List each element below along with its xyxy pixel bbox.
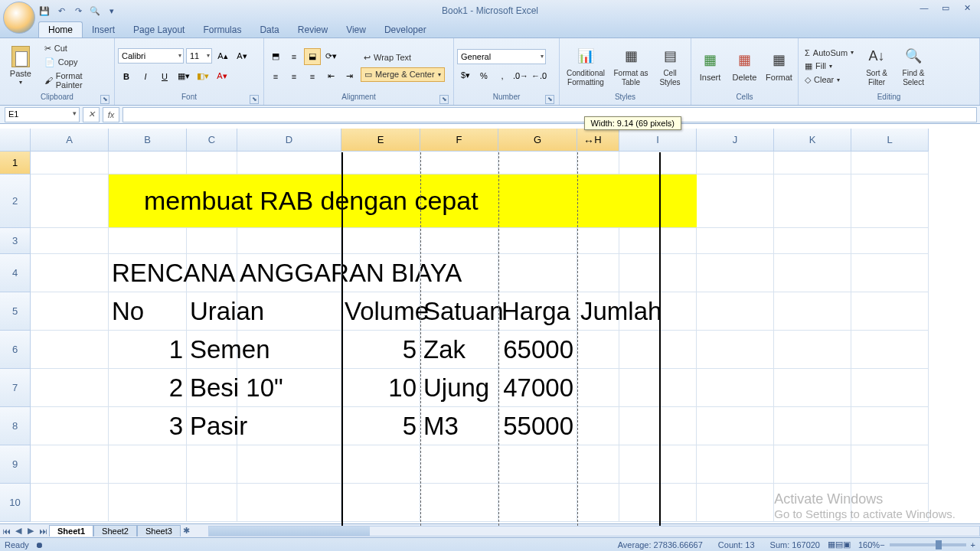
new-sheet-icon[interactable]: ✱ bbox=[181, 526, 193, 536]
cell-E3[interactable] bbox=[341, 228, 420, 254]
cell-G7[interactable]: 47000 bbox=[498, 369, 577, 407]
cell-K4[interactable] bbox=[774, 254, 851, 292]
cell-K7[interactable] bbox=[774, 369, 851, 407]
cut-button[interactable]: ✂Cut bbox=[41, 42, 111, 55]
cell-A10[interactable] bbox=[31, 484, 109, 522]
wrap-text-button[interactable]: ↩Wrap Text bbox=[361, 51, 445, 64]
cell-J4[interactable] bbox=[697, 254, 774, 292]
cell-E5[interactable]: Volume bbox=[341, 292, 420, 331]
row-header-5[interactable]: 5 bbox=[0, 292, 31, 331]
cell-B4[interactable]: RENCANA ANGGARAN BIAYA bbox=[109, 254, 187, 292]
bold-button[interactable]: B bbox=[118, 68, 135, 85]
cell-C7[interactable]: Besi 10" bbox=[187, 369, 237, 407]
col-header-A[interactable]: A bbox=[31, 129, 109, 152]
office-button[interactable] bbox=[3, 2, 35, 34]
tab-first-icon[interactable]: ⏮ bbox=[0, 527, 12, 536]
cell-F8[interactable]: M3 bbox=[420, 407, 498, 445]
cell-styles-button[interactable]: ▤Cell Styles bbox=[653, 41, 687, 92]
shrink-font-icon[interactable]: A▾ bbox=[234, 48, 250, 65]
minimize-icon[interactable]: — bbox=[917, 3, 931, 13]
cell-B3[interactable] bbox=[109, 228, 187, 254]
cell-L5[interactable] bbox=[851, 292, 929, 331]
cell-H3[interactable] bbox=[577, 228, 619, 254]
indent-dec-icon[interactable]: ⇤ bbox=[322, 68, 339, 85]
fill-color-button[interactable]: ◧▾ bbox=[194, 68, 211, 85]
cancel-icon[interactable]: ✕ bbox=[83, 107, 100, 122]
cell-L7[interactable] bbox=[851, 369, 929, 407]
underline-button[interactable]: U bbox=[156, 68, 173, 85]
cell-H8[interactable] bbox=[577, 407, 619, 445]
sheet-tab-3[interactable]: Sheet3 bbox=[137, 525, 181, 536]
insert-cells-button[interactable]: ▦Insert bbox=[694, 41, 726, 92]
tab-prev-icon[interactable]: ◀ bbox=[12, 526, 24, 536]
orientation-icon[interactable]: ⟳▾ bbox=[322, 48, 339, 65]
cell-E1[interactable] bbox=[341, 152, 420, 174]
col-header-B[interactable]: B bbox=[109, 129, 187, 152]
col-header-F[interactable]: F bbox=[420, 129, 498, 152]
cell-F5[interactable]: Satuan bbox=[420, 292, 498, 331]
restore-icon[interactable]: ▭ bbox=[939, 3, 952, 13]
cell-I7[interactable] bbox=[619, 369, 697, 407]
cell-F1[interactable] bbox=[420, 152, 498, 174]
macro-record-icon[interactable]: ⏺ bbox=[35, 540, 44, 549]
cell-H10[interactable] bbox=[577, 484, 619, 522]
cell-L2[interactable] bbox=[851, 174, 929, 228]
tab-data[interactable]: Data bbox=[250, 22, 288, 37]
tab-formulas[interactable]: Formulas bbox=[194, 22, 250, 37]
cell-K6[interactable] bbox=[774, 331, 851, 369]
cell-A2[interactable] bbox=[31, 174, 109, 228]
cell-I6[interactable] bbox=[619, 331, 697, 369]
conditional-formatting-button[interactable]: 📊Conditional Formatting bbox=[563, 41, 609, 92]
cell-E8[interactable]: 5 bbox=[341, 407, 420, 445]
cell-F4[interactable] bbox=[420, 254, 498, 292]
cell-D6[interactable] bbox=[237, 331, 341, 369]
font-name-combo[interactable]: Calibri bbox=[118, 48, 184, 64]
cell-H2[interactable] bbox=[577, 174, 619, 228]
cell-C5[interactable]: Uraian bbox=[187, 292, 237, 331]
cell-I2[interactable] bbox=[619, 174, 697, 228]
cell-J9[interactable] bbox=[697, 445, 774, 484]
cell-G10[interactable] bbox=[498, 484, 577, 522]
cell-J8[interactable] bbox=[697, 407, 774, 445]
cell-D1[interactable] bbox=[237, 152, 341, 174]
fx-icon[interactable]: fx bbox=[103, 107, 119, 122]
col-header-J[interactable]: J bbox=[697, 129, 774, 152]
cell-J7[interactable] bbox=[697, 369, 774, 407]
col-header-E[interactable]: E bbox=[341, 129, 420, 152]
horizontal-scrollbar[interactable] bbox=[208, 526, 980, 536]
name-box[interactable]: E1 bbox=[5, 107, 80, 122]
cell-D5[interactable] bbox=[237, 292, 341, 331]
cell-J3[interactable] bbox=[697, 228, 774, 254]
tab-view[interactable]: View bbox=[337, 22, 375, 37]
cell-G1[interactable] bbox=[498, 152, 577, 174]
zoom-slider[interactable] bbox=[890, 543, 966, 546]
cell-C3[interactable] bbox=[187, 228, 237, 254]
tab-insert[interactable]: Insert bbox=[83, 22, 124, 37]
cell-J2[interactable] bbox=[697, 174, 774, 228]
align-top-icon[interactable]: ⬒ bbox=[267, 48, 284, 65]
clear-button[interactable]: ◇Clear▾ bbox=[802, 73, 857, 86]
col-header-I[interactable]: I bbox=[619, 129, 697, 152]
col-header-G[interactable]: G bbox=[498, 129, 577, 152]
font-color-button[interactable]: A▾ bbox=[214, 68, 230, 85]
save-icon[interactable]: 💾 bbox=[38, 5, 51, 17]
format-as-table-button[interactable]: ▦Format as Table bbox=[612, 41, 650, 92]
alignment-launcher-icon[interactable]: ⬊ bbox=[439, 95, 449, 104]
cell-K9[interactable] bbox=[774, 445, 851, 484]
cell-L8[interactable] bbox=[851, 407, 929, 445]
cell-G8[interactable]: 55000 bbox=[498, 407, 577, 445]
percent-icon[interactable]: % bbox=[475, 67, 492, 84]
cell-C4[interactable] bbox=[187, 254, 237, 292]
cell-A9[interactable] bbox=[31, 445, 109, 484]
cell-D9[interactable] bbox=[237, 445, 341, 484]
cell-D7[interactable] bbox=[237, 369, 341, 407]
number-format-combo[interactable]: General bbox=[457, 49, 546, 64]
cell-F3[interactable] bbox=[420, 228, 498, 254]
cell-I3[interactable] bbox=[619, 228, 697, 254]
sort-filter-button[interactable]: A↓Sort & Filter bbox=[860, 41, 893, 92]
cell-F9[interactable] bbox=[420, 445, 498, 484]
cell-B5[interactable]: No bbox=[109, 292, 187, 331]
cell-I9[interactable] bbox=[619, 445, 697, 484]
cell-I10[interactable] bbox=[619, 484, 697, 522]
cell-G2[interactable] bbox=[498, 174, 577, 228]
